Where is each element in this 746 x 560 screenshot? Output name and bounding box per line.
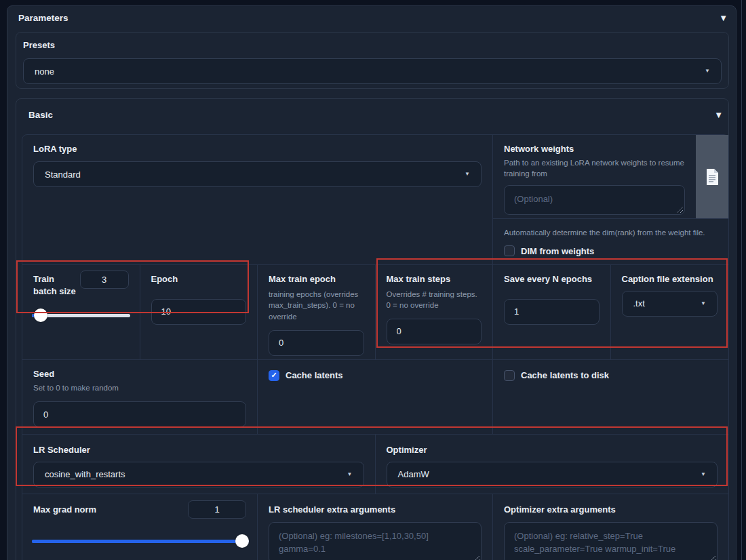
- parameters-header[interactable]: Parameters ▼: [18, 13, 728, 23]
- train-batch-size-label: Train batch size: [33, 273, 80, 297]
- max-train-epoch-info: training epochs (overrides max_train_ste…: [269, 289, 364, 323]
- optimizer-extra-args-input[interactable]: [504, 522, 718, 560]
- cache-latents-to-disk-checkbox[interactable]: ✓: [504, 370, 515, 381]
- lora-type-dropdown[interactable]: Standard ▼: [33, 161, 482, 187]
- basic-title: Basic: [28, 110, 53, 120]
- lora-type-label: LoRA type: [33, 143, 482, 155]
- train-batch-size-cell: Train batch size: [22, 265, 140, 360]
- optimizer-value: AdamW: [398, 469, 429, 479]
- lora-type-value: Standard: [45, 169, 81, 180]
- dim-from-weights-checkbox-row[interactable]: ✓ DIM from weights: [504, 245, 718, 258]
- presets-dropdown[interactable]: none ▼: [23, 58, 722, 84]
- browse-file-button[interactable]: [696, 135, 728, 218]
- cache-latents-checkbox-row[interactable]: ✓ Cache latents: [269, 369, 482, 382]
- cache-latents-to-disk-cell: ✓ Cache latents to disk: [493, 360, 728, 435]
- lr-scheduler-label: LR Scheduler: [33, 444, 364, 456]
- chevron-down-icon: ▼: [465, 172, 470, 177]
- seed-info: Set to 0 to make random: [33, 382, 246, 394]
- seed-cell: Seed Set to 0 to make random: [22, 360, 258, 435]
- collapse-icon[interactable]: ▼: [714, 111, 723, 119]
- train-batch-size-slider[interactable]: [32, 309, 130, 323]
- presets-label: Presets: [23, 40, 55, 50]
- max-train-steps-input[interactable]: [387, 319, 482, 344]
- max-train-epoch-input[interactable]: [269, 330, 364, 356]
- network-weights-cell: Network weights Path to an existing LoRA…: [493, 135, 728, 265]
- basic-group: Basic ▼ LoRA type Standard ▼ Network wei…: [16, 98, 729, 560]
- lr-scheduler-extra-args-cell: LR scheduler extra arguments: [258, 494, 493, 560]
- chevron-down-icon: ▼: [705, 68, 710, 74]
- epoch-cell: Epoch: [140, 265, 258, 360]
- slider-handle[interactable]: [235, 534, 249, 548]
- optimizer-cell: Optimizer AdamW ▼: [376, 435, 729, 494]
- caption-file-extension-label: Caption file extension: [622, 273, 718, 285]
- cache-latents-cell: ✓ Cache latents: [258, 360, 493, 435]
- scrollbar-track-edge: [741, 0, 742, 560]
- cache-latents-label: Cache latents: [286, 369, 343, 382]
- optimizer-label: Optimizer: [387, 444, 718, 456]
- chevron-down-icon: ▼: [347, 472, 353, 477]
- cache-latents-to-disk-label: Cache latents to disk: [521, 369, 609, 382]
- max-grad-norm-cell: Max grad norm: [22, 494, 258, 560]
- epoch-input[interactable]: [151, 299, 247, 325]
- document-icon: [705, 169, 719, 185]
- optimizer-dropdown[interactable]: AdamW ▼: [387, 462, 718, 487]
- lr-scheduler-cell: LR Scheduler cosine_with_restarts ▼: [22, 435, 376, 494]
- optimizer-extra-args-cell: Optimizer extra arguments: [493, 494, 728, 560]
- network-weights-label: Network weights: [504, 143, 685, 155]
- basic-header[interactable]: Basic ▼: [28, 110, 723, 120]
- save-every-n-epochs-input[interactable]: [504, 299, 600, 325]
- basic-form-grid: LoRA type Standard ▼ Network weights Pat…: [22, 134, 729, 560]
- train-batch-size-input[interactable]: [80, 271, 129, 289]
- epoch-label: Epoch: [151, 273, 247, 285]
- max-grad-norm-input[interactable]: [188, 500, 246, 519]
- caption-file-extension-dropdown[interactable]: .txt ▼: [622, 291, 718, 317]
- dim-from-weights-checkbox[interactable]: ✓: [504, 245, 515, 256]
- save-every-n-epochs-cell: Save every N epochs: [493, 265, 611, 360]
- parameters-panel: Parameters ▼ Presets none ▼ Basic ▼ LoRA…: [7, 5, 737, 560]
- caption-file-extension-cell: Caption file extension .txt ▼: [611, 265, 729, 360]
- presets-value: none: [35, 66, 54, 77]
- max-grad-norm-slider[interactable]: [32, 535, 249, 548]
- cache-latents-checkbox[interactable]: ✓: [269, 370, 279, 381]
- dim-from-weights-info: Automatically determine the dim(rank) fr…: [504, 227, 718, 239]
- network-weights-description: Path to an existing LoRA network weights…: [504, 157, 685, 180]
- network-weights-input[interactable]: [504, 185, 685, 215]
- max-train-steps-info: Overrides # training steps. 0 = no overr…: [387, 289, 482, 311]
- cache-latents-to-disk-checkbox-row[interactable]: ✓ Cache latents to disk: [504, 369, 718, 382]
- presets-group: Presets none ▼: [16, 32, 729, 89]
- seed-input[interactable]: [33, 401, 246, 427]
- max-train-epoch-cell: Max train epoch training epochs (overrid…: [258, 265, 376, 360]
- optimizer-extra-args-label: Optimizer extra arguments: [504, 504, 718, 516]
- lora-type-cell: LoRA type Standard ▼: [22, 135, 493, 265]
- seed-label: Seed: [33, 368, 246, 380]
- dim-from-weights-label: DIM from weights: [521, 245, 594, 258]
- max-train-steps-cell: Max train steps Overrides # training ste…: [376, 265, 494, 360]
- max-train-steps-label: Max train steps: [387, 273, 482, 285]
- parameters-title: Parameters: [18, 13, 68, 23]
- lr-scheduler-extra-args-input[interactable]: [269, 522, 482, 560]
- chevron-down-icon: ▼: [701, 301, 706, 306]
- collapse-icon[interactable]: ▼: [719, 14, 728, 22]
- max-train-epoch-label: Max train epoch: [269, 273, 364, 285]
- chevron-down-icon: ▼: [701, 472, 706, 477]
- lr-scheduler-value: cosine_with_restarts: [45, 469, 125, 479]
- save-every-n-epochs-label: Save every N epochs: [504, 273, 600, 285]
- checkmark-icon: ✓: [271, 372, 277, 379]
- max-grad-norm-label: Max grad norm: [33, 504, 96, 516]
- lr-scheduler-dropdown[interactable]: cosine_with_restarts ▼: [33, 462, 364, 487]
- caption-file-extension-value: .txt: [633, 298, 645, 308]
- lr-scheduler-extra-args-label: LR scheduler extra arguments: [269, 504, 482, 516]
- slider-handle[interactable]: [34, 308, 47, 322]
